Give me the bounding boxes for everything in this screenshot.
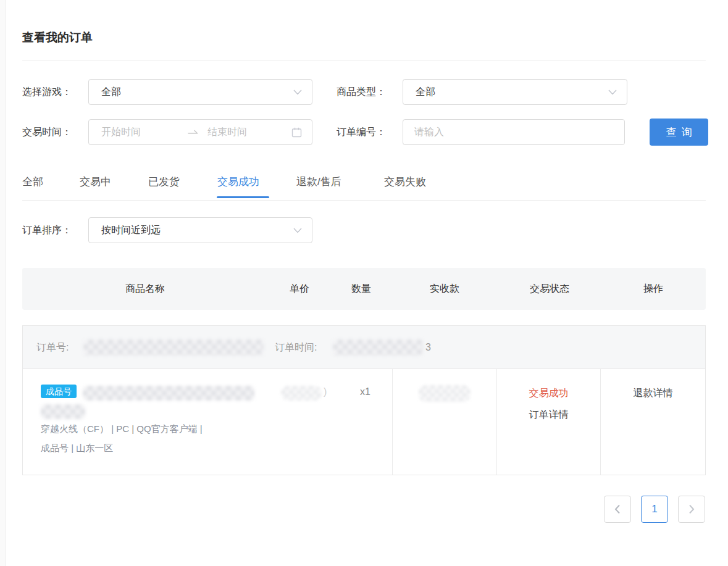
col-product-name: 商品名称 <box>125 268 165 310</box>
chevron-left-icon <box>614 504 621 514</box>
action-cell: 退款详情 <box>601 369 705 475</box>
pagination-page-1[interactable]: 1 <box>641 496 668 523</box>
col-actions: 操作 <box>643 268 663 310</box>
orders-page: 查看我的订单 选择游戏： 全部 商品类型： 全部 交易时间： 开始时间 结束时间… <box>0 0 728 566</box>
chevron-down-icon <box>608 89 617 95</box>
product-cell: 成品号 ) x1 穿越火线（CF） | PC | QQ官方客户端 | 成品号 |… <box>23 369 393 475</box>
col-trade-status: 交易状态 <box>530 268 569 310</box>
tab-success[interactable]: 交易成功 <box>217 175 259 189</box>
game-select[interactable]: 全部 <box>88 79 312 105</box>
game-filter-label: 选择游戏： <box>22 79 72 105</box>
range-end-placeholder: 结束时间 <box>207 126 291 139</box>
active-tab-underline <box>217 196 269 198</box>
trade-status-cell: 交易成功 订单详情 <box>497 369 601 475</box>
product-type-select[interactable]: 全部 <box>403 79 627 105</box>
date-range-picker[interactable]: 开始时间 结束时间 <box>88 119 312 145</box>
tab-refund[interactable]: 退款/售后 <box>296 175 341 189</box>
sort-label: 订单排序： <box>22 217 72 243</box>
item-quantity: x1 <box>360 386 370 397</box>
tab-failed[interactable]: 交易失败 <box>384 175 426 189</box>
table-header: 商品名称 单价 数量 实收款 交易状态 操作 <box>22 268 706 310</box>
order-card: 订单号: 订单时间: 3 成品号 ) x1 穿越火线（CF） | PC | QQ… <box>22 325 706 475</box>
unit-price-suffix: ) <box>324 386 327 397</box>
order-no-input[interactable] <box>403 119 625 145</box>
time-filter-label: 交易时间： <box>22 119 72 145</box>
order-header: 订单号: 订单时间: 3 <box>23 326 705 369</box>
order-number-redacted <box>83 339 264 356</box>
received-amount-cell <box>393 369 497 475</box>
status-tabs: 全部 交易中 已发货 交易成功 退款/售后 交易失败 <box>0 173 728 201</box>
game-select-value: 全部 <box>101 86 293 99</box>
product-type-select-value: 全部 <box>416 86 608 99</box>
order-time-label: 订单时间: <box>275 326 317 369</box>
title-divider <box>22 60 706 61</box>
chevron-down-icon <box>293 228 302 233</box>
type-filter-label: 商品类型： <box>337 79 386 105</box>
product-attributes-line2: 成品号 | 山东一区 <box>41 443 113 454</box>
tab-shipped[interactable]: 已发货 <box>148 175 180 189</box>
col-unit-price: 单价 <box>290 268 309 310</box>
tab-trading[interactable]: 交易中 <box>80 175 111 189</box>
refund-detail-link[interactable]: 退款详情 <box>634 387 673 400</box>
search-button[interactable]: 查询 <box>650 119 708 146</box>
tab-all[interactable]: 全部 <box>22 175 43 189</box>
chevron-down-icon <box>293 89 302 95</box>
order-time-redacted <box>333 339 423 356</box>
product-name-redacted-line2 <box>41 404 85 419</box>
chevron-right-icon <box>688 504 695 514</box>
received-amount-redacted <box>419 385 471 402</box>
order-item-row: 成品号 ) x1 穿越火线（CF） | PC | QQ官方客户端 | 成品号 |… <box>23 369 705 475</box>
page-title: 查看我的订单 <box>22 30 93 46</box>
order-detail-link[interactable]: 订单详情 <box>529 409 569 422</box>
swap-right-arrow-icon <box>188 129 199 135</box>
col-quantity: 数量 <box>351 268 371 310</box>
order-number-label: 订单号: <box>36 326 69 369</box>
order-no-label: 订单编号： <box>337 119 386 145</box>
tabs-divider <box>22 200 706 201</box>
product-attributes-line1: 穿越火线（CF） | PC | QQ官方客户端 | <box>41 423 203 435</box>
order-time-suffix: 3 <box>425 326 431 369</box>
product-name-redacted-line1 <box>83 386 254 401</box>
pagination-prev-button[interactable] <box>604 496 631 523</box>
calendar-icon <box>291 127 302 138</box>
pagination-next-button[interactable] <box>678 496 705 523</box>
trade-status-text: 交易成功 <box>529 387 569 400</box>
col-received: 实收款 <box>430 268 459 310</box>
unit-price-redacted <box>281 386 322 401</box>
sort-select[interactable]: 按时间近到远 <box>88 217 312 243</box>
range-start-placeholder: 开始时间 <box>101 126 168 139</box>
sort-select-value: 按时间近到远 <box>101 224 293 237</box>
product-badge: 成品号 <box>41 385 77 398</box>
